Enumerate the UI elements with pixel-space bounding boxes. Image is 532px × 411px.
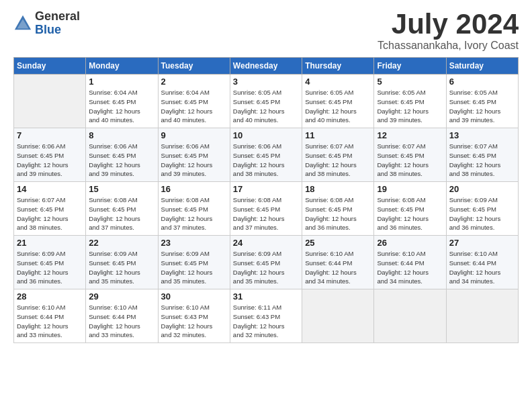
table-row: 19 Sunrise: 6:08 AMSunset: 6:45 PMDaylig… xyxy=(374,182,446,236)
calendar-week-row: 14 Sunrise: 6:07 AMSunset: 6:45 PMDaylig… xyxy=(14,182,519,236)
table-row: 31 Sunrise: 6:11 AMSunset: 6:43 PMDaylig… xyxy=(230,289,302,343)
table-row: 8 Sunrise: 6:06 AMSunset: 6:45 PMDayligh… xyxy=(86,128,158,182)
day-info: Sunrise: 6:04 AMSunset: 6:45 PMDaylight:… xyxy=(89,89,140,124)
col-saturday: Saturday xyxy=(446,58,518,75)
day-number: 29 xyxy=(89,291,154,302)
logo: General Blue xyxy=(13,10,80,37)
table-row: 7 Sunrise: 6:06 AMSunset: 6:45 PMDayligh… xyxy=(14,128,86,182)
calendar-week-row: 28 Sunrise: 6:10 AMSunset: 6:44 PMDaylig… xyxy=(14,289,519,343)
day-number: 22 xyxy=(89,238,154,248)
day-number: 5 xyxy=(377,77,443,87)
day-info: Sunrise: 6:06 AMSunset: 6:45 PMDaylight:… xyxy=(17,142,69,177)
day-info: Sunrise: 6:04 AMSunset: 6:45 PMDaylight:… xyxy=(161,89,213,124)
day-info: Sunrise: 6:07 AMSunset: 6:45 PMDaylight:… xyxy=(17,196,69,231)
calendar-week-row: 21 Sunrise: 6:09 AMSunset: 6:45 PMDaylig… xyxy=(14,236,519,289)
calendar-week-row: 1 Sunrise: 6:04 AMSunset: 6:45 PMDayligh… xyxy=(14,75,519,128)
day-number: 20 xyxy=(449,184,515,194)
table-row: 1 Sunrise: 6:04 AMSunset: 6:45 PMDayligh… xyxy=(86,75,158,128)
day-info: Sunrise: 6:09 AMSunset: 6:45 PMDaylight:… xyxy=(17,250,69,285)
table-row: 5 Sunrise: 6:05 AMSunset: 6:45 PMDayligh… xyxy=(374,75,446,128)
location: Tchassanankaha, Ivory Coast xyxy=(378,40,519,52)
day-number: 24 xyxy=(233,238,299,248)
table-row: 12 Sunrise: 6:07 AMSunset: 6:45 PMDaylig… xyxy=(374,128,446,182)
day-info: Sunrise: 6:10 AMSunset: 6:44 PMDaylight:… xyxy=(449,250,501,285)
day-number: 9 xyxy=(161,130,227,140)
day-info: Sunrise: 6:06 AMSunset: 6:45 PMDaylight:… xyxy=(89,142,140,177)
day-info: Sunrise: 6:06 AMSunset: 6:45 PMDaylight:… xyxy=(161,142,213,177)
day-number: 8 xyxy=(89,130,154,140)
day-number: 1 xyxy=(89,77,154,87)
day-info: Sunrise: 6:08 AMSunset: 6:45 PMDaylight:… xyxy=(305,196,357,231)
day-info: Sunrise: 6:05 AMSunset: 6:45 PMDaylight:… xyxy=(377,89,429,124)
table-row: 17 Sunrise: 6:08 AMSunset: 6:45 PMDaylig… xyxy=(230,182,302,236)
month-title: July 2024 xyxy=(378,10,519,38)
day-number: 2 xyxy=(161,77,227,87)
table-row: 18 Sunrise: 6:08 AMSunset: 6:45 PMDaylig… xyxy=(302,182,374,236)
table-row: 11 Sunrise: 6:07 AMSunset: 6:45 PMDaylig… xyxy=(302,128,374,182)
day-number: 15 xyxy=(89,184,154,194)
day-info: Sunrise: 6:08 AMSunset: 6:45 PMDaylight:… xyxy=(161,196,213,231)
day-number: 30 xyxy=(161,291,227,302)
day-info: Sunrise: 6:07 AMSunset: 6:45 PMDaylight:… xyxy=(377,142,429,177)
day-number: 28 xyxy=(17,291,83,302)
day-info: Sunrise: 6:09 AMSunset: 6:45 PMDaylight:… xyxy=(449,196,501,231)
table-row: 24 Sunrise: 6:09 AMSunset: 6:45 PMDaylig… xyxy=(230,236,302,289)
table-row: 4 Sunrise: 6:05 AMSunset: 6:45 PMDayligh… xyxy=(302,75,374,128)
day-number: 3 xyxy=(233,77,299,87)
logo-text: General Blue xyxy=(35,10,80,37)
table-row: 6 Sunrise: 6:05 AMSunset: 6:45 PMDayligh… xyxy=(446,75,518,128)
logo-general: General xyxy=(35,10,80,24)
day-info: Sunrise: 6:10 AMSunset: 6:44 PMDaylight:… xyxy=(305,250,357,285)
col-tuesday: Tuesday xyxy=(158,58,230,75)
day-info: Sunrise: 6:08 AMSunset: 6:45 PMDaylight:… xyxy=(233,196,285,231)
calendar-header-row: Sunday Monday Tuesday Wednesday Thursday… xyxy=(14,58,519,75)
table-row: 25 Sunrise: 6:10 AMSunset: 6:44 PMDaylig… xyxy=(302,236,374,289)
day-number: 18 xyxy=(305,184,371,194)
table-row: 28 Sunrise: 6:10 AMSunset: 6:44 PMDaylig… xyxy=(14,289,86,343)
day-info: Sunrise: 6:08 AMSunset: 6:45 PMDaylight:… xyxy=(89,196,140,231)
calendar-week-row: 7 Sunrise: 6:06 AMSunset: 6:45 PMDayligh… xyxy=(14,128,519,182)
day-info: Sunrise: 6:09 AMSunset: 6:45 PMDaylight:… xyxy=(233,250,285,285)
day-number: 23 xyxy=(161,238,227,248)
day-info: Sunrise: 6:09 AMSunset: 6:45 PMDaylight:… xyxy=(89,250,140,285)
table-row xyxy=(14,75,86,128)
day-number: 17 xyxy=(233,184,299,194)
table-row: 23 Sunrise: 6:09 AMSunset: 6:45 PMDaylig… xyxy=(158,236,230,289)
calendar-table: Sunday Monday Tuesday Wednesday Thursday… xyxy=(13,57,519,343)
table-row: 16 Sunrise: 6:08 AMSunset: 6:45 PMDaylig… xyxy=(158,182,230,236)
table-row: 21 Sunrise: 6:09 AMSunset: 6:45 PMDaylig… xyxy=(14,236,86,289)
col-sunday: Sunday xyxy=(14,58,86,75)
day-number: 31 xyxy=(233,291,299,302)
table-row: 15 Sunrise: 6:08 AMSunset: 6:45 PMDaylig… xyxy=(86,182,158,236)
day-number: 27 xyxy=(449,238,515,248)
day-info: Sunrise: 6:05 AMSunset: 6:45 PMDaylight:… xyxy=(305,89,357,124)
col-friday: Friday xyxy=(374,58,446,75)
day-info: Sunrise: 6:07 AMSunset: 6:45 PMDaylight:… xyxy=(305,142,357,177)
day-number: 21 xyxy=(17,238,83,248)
day-info: Sunrise: 6:05 AMSunset: 6:45 PMDaylight:… xyxy=(449,89,501,124)
day-number: 14 xyxy=(17,184,83,194)
day-info: Sunrise: 6:05 AMSunset: 6:45 PMDaylight:… xyxy=(233,89,285,124)
day-number: 25 xyxy=(305,238,371,248)
day-number: 16 xyxy=(161,184,227,194)
day-info: Sunrise: 6:08 AMSunset: 6:45 PMDaylight:… xyxy=(377,196,429,231)
table-row xyxy=(446,289,518,343)
col-wednesday: Wednesday xyxy=(230,58,302,75)
title-area: July 2024 Tchassanankaha, Ivory Coast xyxy=(378,10,519,52)
page-header: General Blue July 2024 Tchassanankaha, I… xyxy=(13,10,519,52)
table-row: 29 Sunrise: 6:10 AMSunset: 6:44 PMDaylig… xyxy=(86,289,158,343)
day-number: 7 xyxy=(17,130,83,140)
day-info: Sunrise: 6:10 AMSunset: 6:44 PMDaylight:… xyxy=(89,304,140,338)
table-row xyxy=(302,289,374,343)
day-number: 26 xyxy=(377,238,443,248)
col-monday: Monday xyxy=(86,58,158,75)
table-row: 30 Sunrise: 6:10 AMSunset: 6:43 PMDaylig… xyxy=(158,289,230,343)
day-info: Sunrise: 6:10 AMSunset: 6:44 PMDaylight:… xyxy=(377,250,429,285)
day-info: Sunrise: 6:10 AMSunset: 6:43 PMDaylight:… xyxy=(161,304,213,338)
col-thursday: Thursday xyxy=(302,58,374,75)
day-number: 10 xyxy=(233,130,299,140)
day-info: Sunrise: 6:09 AMSunset: 6:45 PMDaylight:… xyxy=(161,250,213,285)
table-row: 3 Sunrise: 6:05 AMSunset: 6:45 PMDayligh… xyxy=(230,75,302,128)
table-row: 27 Sunrise: 6:10 AMSunset: 6:44 PMDaylig… xyxy=(446,236,518,289)
day-number: 11 xyxy=(305,130,371,140)
